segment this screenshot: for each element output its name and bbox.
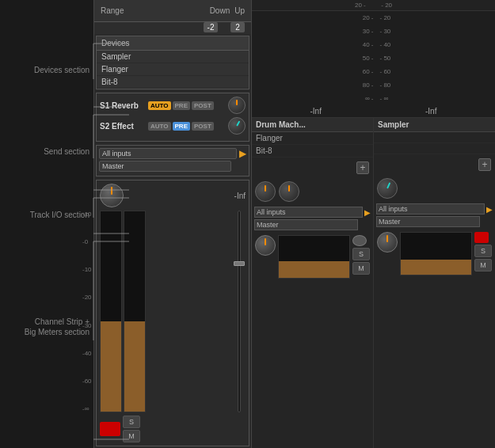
ls-80: 80 - xyxy=(363,82,374,89)
send-row-s2: S2 Effect AUTO PRE POST xyxy=(100,117,246,135)
channel-section: -Inf -10 -0 -10 -20 -30 -40 -60 -∞ xyxy=(96,180,249,446)
scale-right-col: - 20 xyxy=(381,2,484,9)
right-ch2-output-row: Master xyxy=(376,216,493,227)
right-ch1-add-row: + xyxy=(252,158,373,178)
io-output-select[interactable]: Master xyxy=(99,161,231,172)
channel-top-row: -Inf xyxy=(100,184,246,207)
inf-right: -Inf xyxy=(425,107,436,116)
ls-60: 60 - xyxy=(363,68,374,75)
right-ch1-input-arrow[interactable]: ▶ xyxy=(364,208,371,217)
send-section-label: Send section xyxy=(44,146,89,157)
labels-area: Devices section Send section Track I/O s… xyxy=(0,0,93,448)
top-scale-row: 20 - - 20 xyxy=(252,0,495,11)
s1-knob[interactable] xyxy=(228,97,246,114)
right-ch2-input-select[interactable]: All inputs xyxy=(376,203,485,215)
inf-label: -Inf xyxy=(234,192,246,200)
right-channel-2: Sampler + All inputs ▶ Master xyxy=(374,118,495,448)
ls-inf: ∞ - xyxy=(365,95,374,102)
right-ch2-solo-btn[interactable]: S xyxy=(474,245,492,257)
track-io-section-label: Track I/O section xyxy=(30,210,89,220)
right-ch2-record-btn[interactable] xyxy=(474,232,489,243)
send-section: S1 Reverb AUTO PRE POST S2 Effect AUTO P… xyxy=(96,93,249,142)
right-ch1-knob2[interactable] xyxy=(279,181,299,202)
right-ch1-knob1[interactable] xyxy=(255,181,276,202)
send-row-s1: S1 Reverb AUTO PRE POST xyxy=(100,97,246,114)
fader-handle[interactable] xyxy=(234,261,245,266)
device-item-bit8[interactable]: Bit-8 xyxy=(97,76,249,89)
rs-40: - 40 xyxy=(380,41,391,48)
ls-50: 50 - xyxy=(363,55,374,62)
io-input-arrow[interactable]: ▶ xyxy=(239,148,246,159)
right-ch1-output-row: Master xyxy=(254,219,371,230)
range-down-value[interactable]: -2 xyxy=(204,22,218,32)
left-scale-numbers: 20 - 30 - 40 - 50 - 60 - 80 - ∞ - xyxy=(258,11,374,105)
up-label: Up xyxy=(234,6,245,15)
right-ch1-vol-knob[interactable] xyxy=(255,235,276,256)
solo-mute-group: S M xyxy=(123,416,140,442)
right-ch2-vol-knob[interactable] xyxy=(377,232,398,252)
s1-post-btn[interactable]: POST xyxy=(192,101,214,110)
s2-knob[interactable] xyxy=(228,117,246,135)
mute-button[interactable]: M xyxy=(123,430,140,442)
ls-20: 20 - xyxy=(363,14,374,21)
right-ch1-input-select[interactable]: All inputs xyxy=(254,207,363,218)
right-ch2-mute-btn[interactable]: M xyxy=(474,259,492,271)
right-ch1-mute-btn[interactable]: M xyxy=(352,262,370,275)
rs-60: - 60 xyxy=(380,68,391,75)
s2-auto-btn[interactable]: AUTO xyxy=(148,122,171,131)
meter-right xyxy=(124,211,146,412)
right-channels-container: Drum Mach... Flanger Bit-8 + All inputs … xyxy=(252,118,495,448)
range-values-row: -2 2 xyxy=(94,22,251,34)
right-ch2-empty2 xyxy=(374,143,495,154)
devices-header: Devices xyxy=(97,36,249,51)
meter-left xyxy=(100,211,122,412)
right-ch1-output-select[interactable]: Master xyxy=(254,219,358,230)
send-name-s2: S2 Effect xyxy=(100,122,143,131)
right-ch1-device-flanger[interactable]: Flanger xyxy=(252,132,373,145)
right-ch1-io: All inputs ▶ Master xyxy=(252,205,373,232)
right-ch2-input-arrow[interactable]: ▶ xyxy=(486,205,493,214)
right-ch2-io: All inputs ▶ Master xyxy=(374,202,495,229)
meter-fader-area: -10 -0 -10 -20 -30 -40 -60 -∞ xyxy=(100,211,246,412)
scale-left-col: 20 - xyxy=(263,2,366,9)
fader-track[interactable] xyxy=(238,211,241,412)
volume-knob[interactable] xyxy=(100,184,124,207)
io-input-select[interactable]: All inputs xyxy=(99,148,237,159)
right-ch1-solo-btn[interactable]: S xyxy=(352,248,370,260)
right-ch2-knobs xyxy=(374,175,495,202)
device-item-sampler[interactable]: Sampler xyxy=(97,51,249,63)
inf-left: -Inf xyxy=(310,107,322,116)
range-label: Range xyxy=(101,6,124,15)
right-ch2-add-row: + xyxy=(374,154,495,175)
right-ch2-meter-fill xyxy=(401,260,471,275)
s2-post-btn[interactable]: POST xyxy=(192,122,214,131)
record-button[interactable] xyxy=(100,422,120,436)
io-output-row: Master xyxy=(99,161,246,172)
rs-80: - 80 xyxy=(380,82,391,89)
right-ch2-header: Sampler xyxy=(374,118,495,132)
s1-pre-btn[interactable]: PRE xyxy=(173,101,190,110)
s1-auto-btn[interactable]: AUTO xyxy=(148,101,171,110)
right-ch1-device-bit8[interactable]: Bit-8 xyxy=(252,145,373,158)
right-ch1-add-btn[interactable]: + xyxy=(356,161,369,174)
rs-50: - 50 xyxy=(380,55,391,62)
right-scale-numbers: - 20 - 30 - 40 - 50 - 60 - 80 - ∞ xyxy=(374,11,489,105)
right-ch2-knob1[interactable] xyxy=(377,178,398,199)
main-container: Devices section Send section Track I/O s… xyxy=(0,0,495,448)
right-ch2-add-btn[interactable]: + xyxy=(478,158,491,171)
inf-row: -Inf -Inf xyxy=(252,105,495,118)
right-ch2-output-select[interactable]: Master xyxy=(376,216,480,227)
right-ch1-meter xyxy=(278,235,350,279)
ls-30: 30 - xyxy=(363,28,374,35)
s2-pre-btn[interactable]: PRE xyxy=(173,122,190,131)
right-ch1-meter-fill xyxy=(279,261,349,278)
right-ch2-empty1 xyxy=(374,132,495,143)
right-ch1-record-circle[interactable] xyxy=(352,235,367,246)
solo-button[interactable]: S xyxy=(123,416,140,428)
right-channel-1: Drum Mach... Flanger Bit-8 + All inputs … xyxy=(252,118,374,448)
range-up-value[interactable]: 2 xyxy=(230,22,245,32)
device-item-flanger[interactable]: Flanger xyxy=(97,63,249,76)
meter-bars: -10 -0 -10 -20 -30 -40 -60 -∞ xyxy=(100,211,230,412)
mixer-main: Range Down Up -2 2 Devices Sampler Flang… xyxy=(93,0,252,448)
range-controls: Down Up xyxy=(210,6,245,15)
